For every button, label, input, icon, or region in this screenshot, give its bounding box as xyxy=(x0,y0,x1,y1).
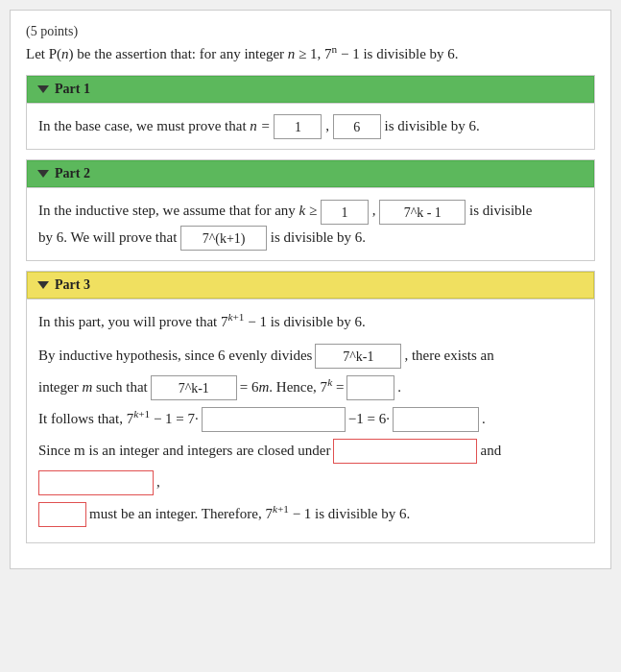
collapse-icon-part2 xyxy=(37,170,49,178)
part2-text1: In the inductive step, we assume that fo… xyxy=(38,203,317,218)
part3-line3: It follows that, 7k+1 − 1 = 7· −1 = 6· . xyxy=(38,406,583,432)
part1-input1[interactable]: 1 xyxy=(274,114,322,139)
part1-block: Part 1 In the base case, we must prove t… xyxy=(26,75,595,151)
part3-intro-line: In this part, you will prove that 7k+1 −… xyxy=(38,309,583,335)
points-label: (5 points) xyxy=(26,24,595,39)
part2-comma: , xyxy=(372,203,376,218)
part3-line6: must be an integer. Therefore, 7k+1 − 1 … xyxy=(38,501,583,527)
part3-line1-input[interactable]: 7^k-1 xyxy=(315,344,401,369)
part1-label: Part 1 xyxy=(55,82,90,97)
part3-intro-text: In this part, you will prove that 7k+1 −… xyxy=(38,314,366,329)
part3-line2-mid: = 6m. Hence, 7k = xyxy=(240,374,345,400)
part2-input2[interactable]: 7^k - 1 xyxy=(379,200,466,225)
part3-line2: integer m such that 7^k-1 = 6m. Hence, 7… xyxy=(38,374,583,400)
part1-input2[interactable]: 6 xyxy=(333,114,381,139)
part3-line4-pre: Since m is an integer and integers are c… xyxy=(38,438,330,464)
part1-text2: is divisible by 6. xyxy=(384,118,479,133)
part3-line3-mid: −1 = 6· xyxy=(348,406,390,432)
part1-text1: In the base case, we must prove that xyxy=(38,118,247,133)
var-n: n xyxy=(61,46,69,61)
collapse-icon-part1 xyxy=(37,85,49,93)
part3-line1-pre: By inductive hypothesis, since 6 evenly … xyxy=(38,343,312,369)
part1-comma: , xyxy=(325,118,329,133)
collapse-icon-part3 xyxy=(37,281,49,289)
part3-line1-post: , there exists an xyxy=(404,343,493,369)
part3-label: Part 3 xyxy=(55,277,90,293)
part3-line4: Since m is an integer and integers are c… xyxy=(38,438,583,464)
part2-label: Part 2 xyxy=(55,166,90,181)
part3-header[interactable]: Part 3 xyxy=(27,272,594,299)
problem-statement: Let P(n) be the assertion that: for any … xyxy=(26,43,595,65)
part3-line6-input[interactable] xyxy=(38,502,86,527)
part1-n-equals: n = xyxy=(250,118,270,133)
var-n2: n xyxy=(288,46,296,61)
part3-line2-input2[interactable] xyxy=(346,375,394,400)
page-container: (5 points) Let P(n) be the assertion tha… xyxy=(10,10,611,569)
part2-text2: by 6. We will prove that xyxy=(38,229,177,245)
part3-body: In this part, you will prove that 7k+1 −… xyxy=(27,299,594,542)
part3-line2-pre: integer m such that xyxy=(38,374,148,400)
part3-line5-input[interactable] xyxy=(38,470,154,495)
part2-is-divisible: is divisible xyxy=(469,203,532,218)
part3-line4-post: and xyxy=(480,438,501,464)
part3-line5-comma: , xyxy=(156,469,160,495)
part2-body: In the inductive step, we assume that fo… xyxy=(27,187,594,260)
part3-line3-input2[interactable] xyxy=(393,407,479,432)
part2-header[interactable]: Part 2 xyxy=(27,160,594,187)
part2-text3: is divisible by 6. xyxy=(271,229,366,245)
part3-line5: , xyxy=(38,469,583,495)
part3-line3-dot: . xyxy=(482,406,486,432)
part1-header[interactable]: Part 1 xyxy=(27,76,594,103)
part1-body: In the base case, we must prove that n =… xyxy=(27,103,594,150)
part2-block: Part 2 In the inductive step, we assume … xyxy=(26,159,595,261)
part2-input1[interactable]: 1 xyxy=(321,200,369,225)
part3-line1: By inductive hypothesis, since 6 evenly … xyxy=(38,343,583,369)
part3-line4-input[interactable] xyxy=(333,439,477,464)
part3-line3-input1[interactable] xyxy=(202,407,346,432)
part3-line2-dot: . xyxy=(397,374,401,400)
part2-input3[interactable]: 7^(k+1) xyxy=(180,226,267,251)
part3-line2-input1[interactable]: 7^k-1 xyxy=(151,375,237,400)
part3-line6-post: must be an integer. Therefore, 7k+1 − 1 … xyxy=(89,501,410,527)
part3-line3-pre: It follows that, 7k+1 − 1 = 7· xyxy=(38,406,199,432)
part3-block: Part 3 In this part, you will prove that… xyxy=(26,271,595,543)
